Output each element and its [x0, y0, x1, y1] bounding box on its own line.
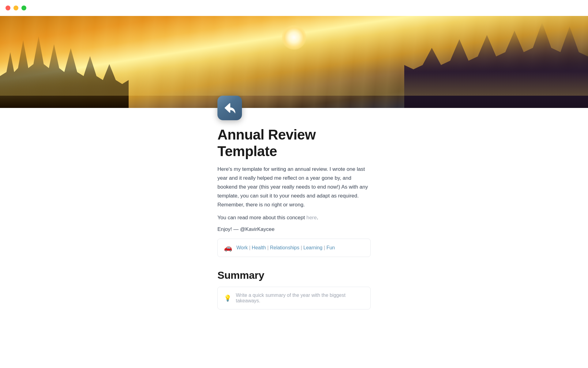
main-content: Annual Review Template Here's my templat…: [132, 96, 456, 340]
page-title: Annual Review Template: [217, 126, 371, 159]
navigation-callout: 🚗 Work | Health | Relationships | Learni…: [217, 239, 371, 257]
link-line: You can read more about this concept her…: [217, 215, 371, 221]
link-suffix: .: [317, 215, 318, 220]
enjoy-text: Enjoy! — @KavirKaycee: [217, 226, 274, 232]
hero-mist: [0, 71, 588, 96]
summary-placeholder: Write a quick summary of the year with t…: [236, 293, 364, 304]
close-button[interactable]: [6, 6, 10, 10]
summary-callout: 💡 Write a quick summary of the year with…: [217, 287, 371, 309]
callout-links: Work | Health | Relationships | Learning…: [236, 245, 335, 251]
sep-3: |: [301, 245, 303, 250]
title-bar: [0, 0, 588, 16]
maximize-button[interactable]: [21, 6, 26, 10]
sep-4: |: [324, 245, 326, 250]
car-emoji: 🚗: [224, 244, 232, 252]
sep-1: |: [249, 245, 252, 250]
work-link[interactable]: Work: [236, 245, 248, 250]
fun-link[interactable]: Fun: [326, 245, 335, 250]
summary-heading: Summary: [217, 269, 371, 281]
page-description: Here's my template for writing an annual…: [217, 165, 371, 209]
here-link[interactable]: here: [306, 215, 317, 220]
rewind-icon: [223, 101, 236, 115]
author-line: Enjoy! — @KavirKaycee: [217, 226, 371, 232]
page-icon: [217, 96, 242, 120]
hero-image: [0, 16, 588, 108]
minimize-button[interactable]: [13, 6, 18, 10]
learning-link[interactable]: Learning: [303, 245, 322, 250]
link-prefix: You can read more about this concept: [217, 215, 306, 220]
bulb-emoji: 💡: [224, 294, 232, 302]
relationships-link[interactable]: Relationships: [270, 245, 299, 250]
health-link[interactable]: Health: [252, 245, 266, 250]
